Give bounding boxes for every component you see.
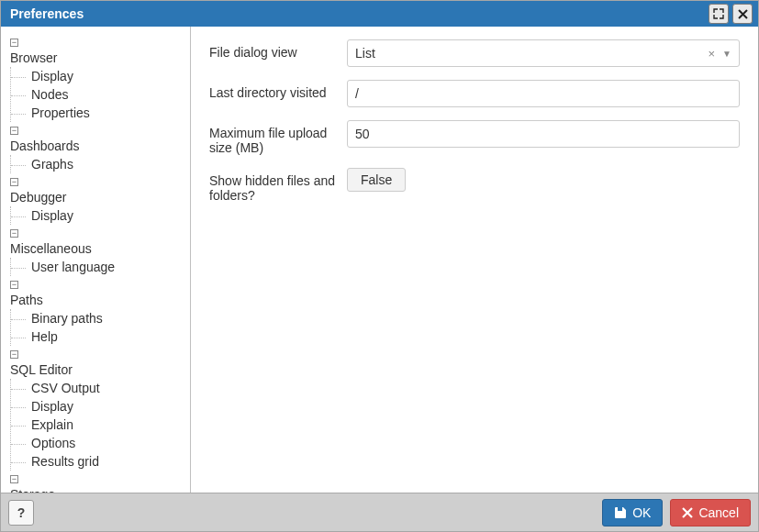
tree-item-sql-display[interactable]: Display: [11, 397, 186, 416]
collapse-icon[interactable]: −: [10, 127, 18, 135]
cancel-label: Cancel: [698, 505, 739, 520]
help-button[interactable]: ?: [8, 500, 34, 526]
collapse-icon[interactable]: −: [10, 178, 18, 186]
last-directory-input[interactable]: [347, 80, 740, 107]
label-file-dialog-view: File dialog view: [209, 39, 347, 60]
cancel-icon: [682, 507, 693, 518]
tree-item-dashboards[interactable]: −Dashboards Graphs: [8, 122, 186, 173]
preferences-dialog: Preferences −Browser Display Nodes Prope…: [0, 0, 759, 532]
dialog-content: −Browser Display Nodes Properties −Dashb…: [1, 27, 758, 493]
collapse-icon[interactable]: −: [10, 39, 18, 47]
tree-item-user-language[interactable]: User language: [11, 258, 186, 276]
tree-item-debugger[interactable]: −Debugger Display: [8, 173, 186, 225]
file-dialog-view-select[interactable]: List × ▼: [347, 39, 740, 67]
preferences-tree: −Browser Display Nodes Properties −Dashb…: [1, 27, 191, 493]
dialog-footer: ? OK Cancel: [1, 493, 758, 531]
tree-item-binary-paths[interactable]: Binary paths: [11, 309, 186, 327]
tree-item-debugger-display[interactable]: Display: [11, 206, 186, 225]
tree-item-csv-output[interactable]: CSV Output: [11, 379, 186, 397]
collapse-icon[interactable]: −: [10, 475, 18, 483]
maximize-icon: [713, 8, 724, 19]
tree-item-sql-options[interactable]: Options: [11, 434, 186, 452]
collapse-icon[interactable]: −: [10, 281, 18, 289]
select-value: List: [355, 46, 709, 61]
maximize-button[interactable]: [709, 4, 729, 24]
close-icon: [738, 9, 748, 19]
label-last-directory: Last directory visited: [209, 80, 347, 100]
dialog-title: Preferences: [10, 6, 705, 21]
close-button[interactable]: [732, 4, 753, 24]
ok-button[interactable]: OK: [602, 499, 663, 526]
clear-icon[interactable]: ×: [709, 47, 716, 61]
label-max-upload: Maximum file upload size (MB): [209, 120, 347, 155]
titlebar: Preferences: [1, 1, 758, 27]
collapse-icon[interactable]: −: [10, 229, 18, 238]
chevron-down-icon: ▼: [722, 49, 731, 59]
tree-item-paths[interactable]: −Paths Binary paths Help: [8, 276, 186, 346]
tree-item-results-grid[interactable]: Results grid: [11, 452, 186, 471]
tree-item-paths-help[interactable]: Help: [11, 327, 186, 346]
help-icon: ?: [17, 505, 26, 520]
tree-item-sql-editor[interactable]: −SQL Editor CSV Output Display Explain O…: [8, 346, 186, 471]
row-max-upload: Maximum file upload size (MB): [209, 120, 740, 155]
row-show-hidden: Show hidden files and folders? False: [209, 168, 740, 203]
show-hidden-toggle[interactable]: False: [347, 168, 406, 192]
row-file-dialog-view: File dialog view List × ▼: [209, 39, 740, 67]
label-show-hidden: Show hidden files and folders?: [209, 168, 347, 203]
tree-item-browser-display[interactable]: Display: [11, 67, 186, 85]
tree-item-storage[interactable]: −Storage Options: [8, 471, 186, 493]
tree-item-browser-nodes[interactable]: Nodes: [11, 85, 186, 104]
preferences-form: File dialog view List × ▼ Last directory…: [191, 27, 758, 493]
save-icon: [614, 506, 627, 519]
tree-item-dashboards-graphs[interactable]: Graphs: [11, 155, 186, 173]
cancel-button[interactable]: Cancel: [670, 499, 751, 526]
tree-item-explain[interactable]: Explain: [11, 416, 186, 434]
tree-item-miscellaneous[interactable]: −Miscellaneous User language: [8, 225, 186, 276]
row-last-directory: Last directory visited: [209, 80, 740, 107]
collapse-icon[interactable]: −: [10, 350, 18, 359]
tree-item-browser[interactable]: −Browser Display Nodes Properties: [8, 34, 186, 122]
max-upload-input[interactable]: [347, 120, 740, 148]
ok-label: OK: [632, 505, 651, 520]
tree-item-browser-properties[interactable]: Properties: [11, 104, 186, 122]
